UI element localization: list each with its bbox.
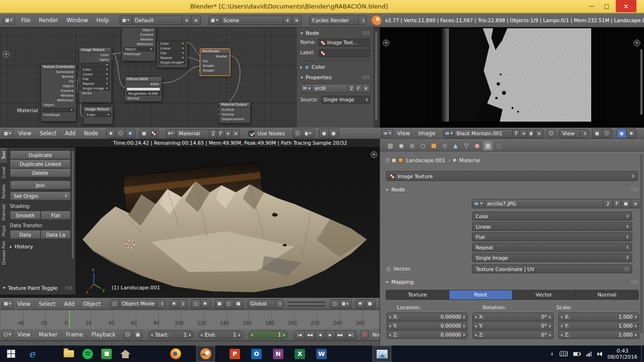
menu-help[interactable]: Help xyxy=(92,17,113,24)
draw-channel-buttons[interactable] xyxy=(592,129,612,138)
image-datablock[interactable]: arcill 2 F × xyxy=(300,84,370,93)
scene-name-field[interactable]: Scene xyxy=(221,16,283,25)
pack-image-button[interactable] xyxy=(528,130,535,138)
scale-x-field[interactable]: X:1.000 xyxy=(558,313,639,321)
interpolation-dropdown[interactable]: Linear xyxy=(472,222,632,231)
magnet-icon[interactable] xyxy=(330,300,340,308)
window-titlebar[interactable]: Blender* [C:\Users\david\Documents\Blend… xyxy=(0,0,644,13)
taskbar-ie-button[interactable]: e xyxy=(23,346,41,362)
taskbar-firefox-button[interactable] xyxy=(166,346,185,362)
mapping-tab-point[interactable]: Point xyxy=(449,290,512,299)
minimize-button[interactable]: — xyxy=(585,0,599,12)
delete-button[interactable]: Delete xyxy=(10,168,71,177)
snap-buttons[interactable] xyxy=(330,299,352,309)
node-name-field[interactable]: Image Text... xyxy=(318,39,370,47)
taskbar-onenote-button[interactable]: N xyxy=(269,346,288,362)
properties-tab-render-layers-icon[interactable]: ◉ xyxy=(396,141,406,150)
mapping-type-tabs[interactable]: Texture Point Vector Normal xyxy=(386,290,639,300)
use-nodes-toggle[interactable]: Use Nodes xyxy=(248,131,285,137)
location-z-field[interactable]: Z:0.00000 xyxy=(387,330,468,339)
taskbar-home-app-button[interactable] xyxy=(116,346,135,362)
node-editor-scrollbar[interactable] xyxy=(375,31,378,121)
users-count-button[interactable]: 2 xyxy=(209,130,217,138)
fake-user-button[interactable]: F xyxy=(217,130,224,138)
image-browse-button[interactable] xyxy=(444,130,454,138)
toolshelf-scrollbar[interactable] xyxy=(72,150,74,259)
editor-type-button[interactable] xyxy=(381,129,393,138)
scale-manipulator-icon[interactable] xyxy=(234,300,243,308)
node-texture-coordinate[interactable]: Texture Coordinate Generated Normal UV O… xyxy=(41,64,76,122)
mode-dropdown[interactable]: Object Mode xyxy=(110,299,165,308)
menu-marker[interactable]: Marker xyxy=(34,331,62,338)
taskbar-outlook-button[interactable]: O xyxy=(247,346,266,362)
copy-icon[interactable] xyxy=(329,129,339,138)
layout-delete-button[interactable]: × xyxy=(191,16,200,25)
node-image-selector[interactable] xyxy=(81,63,110,67)
material-browse-button[interactable] xyxy=(166,130,176,138)
region-expand-icon[interactable]: + xyxy=(3,51,9,58)
menu-select[interactable]: Select xyxy=(34,301,59,307)
properties-tab-modifiers-icon[interactable]: ▲ xyxy=(451,141,460,150)
properties-tab-material-icon[interactable]: ● xyxy=(472,141,482,150)
menu-view[interactable]: View xyxy=(13,301,34,307)
location-y-field[interactable]: Y:0.00000 xyxy=(387,321,468,330)
menu-view[interactable]: View xyxy=(393,130,414,137)
node-image-texture-2[interactable]: Color Linear Flat Repeat Single Image xyxy=(157,41,188,68)
scene-browse-button[interactable] xyxy=(209,16,221,25)
properties-tab-render-icon[interactable]: ▤ xyxy=(386,141,395,150)
node-color-swatch[interactable] xyxy=(126,87,160,91)
source-dropdown[interactable]: Single Image xyxy=(321,96,370,104)
menu-select[interactable]: Select xyxy=(35,130,60,137)
pack-image-button[interactable] xyxy=(621,199,631,208)
properties-tab-data-icon[interactable]: ▽ xyxy=(462,141,471,150)
taskbar-spotify-button[interactable] xyxy=(78,346,97,362)
properties-tab-constraints-icon[interactable]: ◇ xyxy=(440,141,449,150)
properties-tab-scene-icon[interactable]: ◎ xyxy=(407,141,417,150)
new-material-button[interactable]: + xyxy=(224,130,232,138)
image-name-field[interactable]: arcilla7.JPG xyxy=(485,199,603,208)
menu-image[interactable]: Image xyxy=(414,130,439,137)
node-mix-shader[interactable]: MixShader Shader Fac Shader Shader xyxy=(200,49,230,76)
pin-icon[interactable] xyxy=(547,129,555,138)
rotation-z-field[interactable]: Z:0° xyxy=(472,330,553,339)
volume-icon[interactable] xyxy=(597,352,602,356)
end-frame-field[interactable]: End:1 xyxy=(198,330,243,339)
render-icon[interactable] xyxy=(320,129,329,138)
new-image-button[interactable]: + xyxy=(520,130,528,138)
show-desktop-button[interactable] xyxy=(641,346,644,362)
manipulator-buttons[interactable] xyxy=(215,299,244,309)
color-space-dropdown[interactable]: Color xyxy=(472,212,632,221)
fake-user-button[interactable]: F xyxy=(513,130,520,138)
play-reverse-button[interactable]: ◀ xyxy=(315,331,325,339)
toolshelf-tab-relations[interactable]: Relatio xyxy=(0,181,7,202)
menu-object[interactable]: Object xyxy=(79,301,105,307)
editor-type-button[interactable] xyxy=(2,129,13,138)
record-button[interactable]: ● xyxy=(360,330,369,339)
scene-add-button[interactable]: + xyxy=(283,16,292,25)
toolshelf-tab-grease-pencil[interactable]: Grease Pen xyxy=(0,240,7,266)
keyboard-icon[interactable] xyxy=(560,351,568,356)
node-label-field[interactable] xyxy=(318,49,370,57)
jump-to-start-button[interactable]: |◀ xyxy=(295,331,305,339)
panel-grip-icon[interactable] xyxy=(631,188,638,192)
menu-frame[interactable]: Frame xyxy=(62,331,87,338)
properties-tab-texture-icon[interactable]: ▦ xyxy=(483,141,493,150)
toolshelf-tab-tools[interactable]: Tool xyxy=(0,148,7,164)
vector-input-dropdown[interactable]: Texture Coordinate | UV xyxy=(472,264,632,273)
viewport-shading-dropdown[interactable] xyxy=(169,299,187,308)
layer-1-active[interactable] xyxy=(288,302,291,303)
network-icon[interactable] xyxy=(586,352,592,356)
current-frame-line[interactable] xyxy=(69,310,70,329)
tray-clock[interactable]: 0:43 08/07/2016 xyxy=(608,348,637,360)
snap-buttons[interactable] xyxy=(293,129,314,138)
node-diffuse-bsdf[interactable]: Diffuse BSDF BSDF Roughness: 0.000 Norma… xyxy=(124,76,162,102)
editor-type-button[interactable] xyxy=(2,330,13,339)
unlink-button[interactable]: × xyxy=(362,84,370,92)
node-image-texture-3[interactable]: Image Texture Color xyxy=(83,107,113,124)
material-datablock[interactable]: Material 2 F + × xyxy=(165,129,240,138)
object-shader-icon[interactable] xyxy=(107,129,116,138)
shade-flat-button[interactable]: Flat xyxy=(41,211,71,220)
node-object-field[interactable]: Object: xyxy=(123,47,154,51)
taskbar-word-button[interactable]: W xyxy=(312,346,331,362)
panel-grip-icon[interactable] xyxy=(631,280,638,284)
